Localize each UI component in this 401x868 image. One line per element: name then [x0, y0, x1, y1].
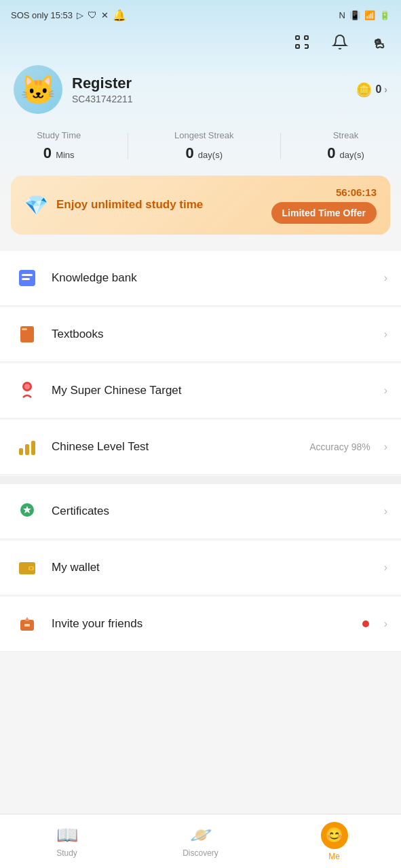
- status-bar: SOS only 15:53 ▷ 🛡 ✕ 🔔 N 📳 📶 🔋: [0, 0, 401, 27]
- chevron-right-icon: ›: [384, 84, 387, 95]
- svg-rect-24: [24, 624, 30, 627]
- chevron-certificates: ›: [384, 505, 387, 517]
- close-icon: ✕: [101, 10, 109, 20]
- svg-rect-9: [22, 278, 30, 280]
- promo-text: Enjoy unlimited study time: [56, 197, 263, 212]
- avatar: 🐱: [14, 65, 62, 114]
- svg-rect-15: [25, 444, 29, 455]
- study-nav-label: Study: [56, 848, 77, 858]
- svg-rect-1: [305, 36, 308, 39]
- vibrate-icon: 📳: [349, 10, 360, 20]
- svg-rect-2: [296, 45, 299, 48]
- nav-item-me[interactable]: 😊 Me: [267, 822, 401, 861]
- avatar-image: 🐱: [20, 73, 56, 106]
- svg-rect-8: [22, 274, 33, 276]
- header-icons: [0, 27, 401, 60]
- location-icon: ▷: [77, 10, 83, 20]
- stat-study-time: Study Time 0 Mins: [37, 130, 81, 162]
- settings-button[interactable]: [366, 30, 390, 54]
- svg-rect-16: [31, 441, 35, 455]
- knowledge-bank-icon: [14, 264, 41, 292]
- nav-item-discovery[interactable]: 🪐 Discovery: [134, 825, 267, 858]
- certificates-label: Certificates: [52, 505, 373, 518]
- chevron-super-chinese: ›: [384, 384, 387, 397]
- stat-study-time-label: Study Time: [37, 130, 81, 140]
- bottom-nav: 📖 Study 🪐 Discovery 😊 Me: [0, 814, 401, 868]
- discovery-nav-label: Discovery: [183, 848, 218, 858]
- nav-item-study[interactable]: 📖 Study: [0, 825, 134, 858]
- main-content: Knowledge bank › Textbooks › My Super Ch…: [0, 251, 401, 707]
- chevron-wallet: ›: [384, 561, 387, 574]
- menu-item-level-test[interactable]: Chinese Level Test Accuracy 98% ›: [0, 420, 401, 475]
- stats-row: Study Time 0 Mins Longest Streak 0 day(s…: [0, 125, 401, 176]
- svg-rect-14: [19, 448, 23, 455]
- coins-badge[interactable]: 🪙 0 ›: [356, 81, 387, 98]
- study-nav-icon: 📖: [56, 825, 78, 846]
- chevron-textbooks: ›: [384, 328, 387, 340]
- invite-notification-dot: [362, 620, 369, 627]
- me-nav-label: Me: [328, 852, 340, 861]
- super-chinese-label: My Super Chinese Target: [52, 384, 373, 397]
- nfc-icon: N: [339, 10, 345, 20]
- menu-item-wallet[interactable]: My wallet ›: [0, 540, 401, 595]
- stat-streak: Streak 0 day(s): [327, 130, 364, 162]
- me-nav-icon: 😊: [325, 827, 343, 844]
- level-test-icon: [14, 433, 41, 460]
- knowledge-bank-label: Knowledge bank: [52, 271, 373, 285]
- promo-banner[interactable]: 💎 Enjoy unlimited study time 56:06:13 Li…: [11, 176, 390, 235]
- notification-icon: 🔔: [113, 9, 126, 22]
- promo-right: 56:06:13 Limited Time Offer: [271, 186, 377, 224]
- stat-streak-value: 0 day(s): [327, 144, 364, 162]
- wallet-label: My wallet: [52, 561, 373, 574]
- shield-icon: 🛡: [88, 9, 97, 20]
- chevron-knowledge-bank: ›: [384, 272, 387, 284]
- level-test-label: Chinese Level Test: [52, 440, 299, 454]
- menu-item-textbooks[interactable]: Textbooks ›: [0, 307, 401, 362]
- battery-icon: 🔋: [379, 10, 390, 20]
- textbooks-icon: [14, 321, 41, 348]
- chevron-level-test: ›: [384, 441, 387, 453]
- bell-button[interactable]: [328, 30, 352, 54]
- svg-marker-23: [24, 617, 30, 621]
- stat-longest-streak-label: Longest Streak: [174, 130, 233, 140]
- menu-item-invite[interactable]: Invite your friends ›: [0, 597, 401, 652]
- certificates-icon: [14, 498, 41, 525]
- super-chinese-icon: [14, 377, 41, 404]
- svg-point-21: [30, 567, 33, 570]
- stat-streak-label: Streak: [327, 130, 364, 140]
- profile-section: 🐱 Register SC431742211 🪙 0 ›: [0, 60, 401, 125]
- coin-icon: 🪙: [356, 81, 373, 98]
- promo-timer: 56:06:13: [271, 186, 377, 198]
- menu-item-certificates[interactable]: Certificates ›: [0, 484, 401, 539]
- profile-name: Register: [72, 75, 346, 92]
- profile-id: SC431742211: [72, 94, 346, 104]
- coins-value: 0: [375, 83, 381, 96]
- level-test-extra: Accuracy 98%: [309, 441, 370, 452]
- menu-item-super-chinese[interactable]: My Super Chinese Target ›: [0, 363, 401, 418]
- svg-point-13: [24, 384, 30, 389]
- promo-title: Enjoy unlimited study time: [56, 197, 263, 212]
- status-right: N 📳 📶 🔋: [339, 10, 390, 20]
- menu-item-knowledge-bank[interactable]: Knowledge bank ›: [0, 251, 401, 306]
- me-nav-icon-circle: 😊: [321, 822, 348, 849]
- invite-label: Invite your friends: [52, 617, 351, 631]
- discovery-nav-icon: 🪐: [190, 825, 212, 846]
- scan-button[interactable]: [290, 30, 314, 54]
- invite-icon: [14, 610, 41, 637]
- stat-longest-streak: Longest Streak 0 day(s): [174, 130, 233, 162]
- svg-rect-0: [296, 36, 299, 39]
- menu-spacer-1: [0, 476, 401, 484]
- profile-info: Register SC431742211: [72, 75, 346, 104]
- status-text: SOS only 15:53: [11, 10, 73, 20]
- textbooks-label: Textbooks: [52, 328, 373, 341]
- chevron-invite: ›: [384, 618, 387, 630]
- promo-icon: 💎: [24, 194, 48, 216]
- stat-study-time-value: 0 Mins: [37, 144, 81, 162]
- stat-divider-1: [128, 133, 128, 159]
- status-left: SOS only 15:53 ▷ 🛡 ✕ 🔔: [11, 9, 126, 22]
- svg-rect-11: [22, 328, 27, 330]
- stat-divider-2: [280, 133, 281, 159]
- wifi-icon: 📶: [364, 10, 375, 20]
- promo-button[interactable]: Limited Time Offer: [271, 202, 377, 224]
- stat-longest-streak-value: 0 day(s): [174, 144, 233, 162]
